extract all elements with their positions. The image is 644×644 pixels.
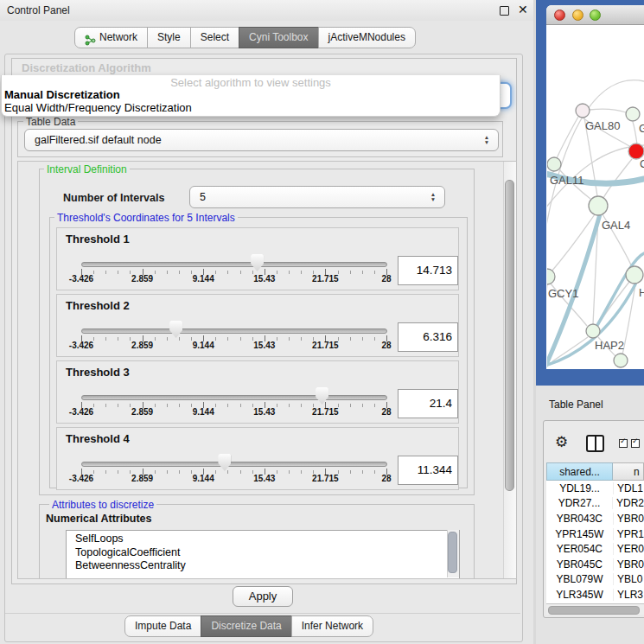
network-node[interactable] [576,104,590,118]
close-traffic-light-icon[interactable] [554,10,565,21]
tab-cyni-toolbox[interactable]: Cyni Toolbox [239,27,318,48]
number-of-intervals-combo[interactable]: 5 ▲▼ [189,186,445,208]
cell-shared-name: YBL079W [546,573,613,585]
threshold-value-field[interactable]: 11.344 [398,456,458,485]
divider [5,613,520,614]
column-header-name[interactable]: n [613,462,644,481]
network-node[interactable] [626,266,643,284]
cell-shared-name: YPR145W [546,528,613,540]
threshold-label: Threshold 2 [66,299,130,312]
tab-infer-network[interactable]: Infer Network [291,615,373,637]
tab-impute-data[interactable]: Impute Data [124,615,201,637]
threshold-value-field[interactable]: 6.316 [398,322,458,352]
number-of-intervals-label: Number of Intervals [63,192,164,204]
table-row[interactable]: YPR145WYPR1 [546,526,644,542]
threshold-slider-track[interactable] [81,395,387,400]
cell-shared-name: YLR345W [546,589,613,601]
axis-tick-label: -3.426 [69,474,93,483]
threshold-slider-track[interactable] [81,262,387,267]
threshold-list: Threshold 1 -3.4262.8599.14415.4321.7152… [56,227,459,490]
table-horizontal-scrollbar-thumb[interactable] [548,606,640,615]
network-node[interactable] [586,324,600,338]
network-node-label: GAL11 [550,174,584,187]
tab-network[interactable]: Network [74,27,148,48]
cell-shared-name: YDR27... [546,497,612,509]
gear-icon[interactable]: ⚙ [555,433,568,451]
column-header-shared-name[interactable]: shared... [546,462,613,481]
attributes-scrollbar[interactable] [447,530,459,577]
threshold-slider-track[interactable] [81,328,387,334]
float-window-icon[interactable] [500,6,509,16]
network-node-label: HAP2 [595,339,624,352]
settings-vertical-scrollbar-thumb[interactable] [505,180,514,491]
node-table: shared... n YDL19...YDL1YDR27...YDR2YBR0… [546,462,644,615]
network-edge [590,109,626,112]
network-node[interactable] [547,269,555,284]
algorithm-popup: Select algorithm to view settings Manual… [1,75,501,117]
table-data-group-label: Table Data [23,116,78,128]
table-row[interactable]: YDL19...YDL1 [546,481,644,496]
network-node[interactable] [626,107,640,121]
table-row[interactable]: YBR045CYBR0 [546,557,644,572]
attribute-item[interactable]: BetweennessCentrality [67,559,459,573]
table-panel-title: Table Panel [549,399,603,411]
axis-tick-label: 15.43 [253,407,275,417]
axis-tick-label: 21.715 [312,274,339,284]
tab-style[interactable]: Style [147,27,191,48]
axis-tick-label: 9.144 [193,474,214,483]
attributes-scrollbar-thumb[interactable] [448,532,457,573]
network-canvas[interactable]: GAL80GACGAL11GAL4GCY1HHAP2 [547,24,644,368]
attributes-group-label: Attributes to discretize [49,499,156,511]
apply-button[interactable]: Apply [233,586,293,607]
network-node[interactable] [589,196,608,215]
table-data-combo[interactable]: galFiltered.sif default node ▲▼ [24,129,499,151]
popup-item-equal-width-frequency[interactable]: Equal Width/Frequency Discretization [4,101,192,114]
cell-name: YER0 [613,543,644,555]
network-node[interactable] [614,354,628,367]
network-node[interactable] [547,157,561,171]
threshold-panel: Threshold 2 -3.4262.8599.14415.4321.7152… [56,294,459,357]
axis-tick-label: 21.715 [312,407,339,417]
tab-network-label: Network [99,27,137,48]
popup-item-manual-discretization[interactable]: Manual Discretization [4,88,120,101]
table-row[interactable]: YER054CYER0 [546,541,644,557]
minimize-traffic-light-icon[interactable] [572,10,583,21]
axis-tick-label: 28 [381,274,391,284]
close-icon[interactable]: ✕ [518,3,528,16]
axis-tick-label: 2.859 [131,274,153,284]
table-row[interactable]: YDR27...YDR2 [546,496,644,512]
tab-discretize-data[interactable]: Discretize Data [201,615,291,637]
table-row[interactable]: YBL079WYBL0 [546,572,644,588]
checkbox-icon[interactable]: ✓ [619,439,628,448]
network-window-titlebar[interactable] [546,5,644,25]
cell-name: YBR0 [613,558,644,571]
threshold-slider-track[interactable] [81,462,387,467]
combo-stepper-icon: ▲▼ [481,131,492,149]
threshold-panel: Threshold 1 -3.4262.8599.14415.4321.7152… [56,227,459,290]
axis-tick-label: 15.43 [253,274,275,284]
tab-jactivemnodules[interactable]: jActiveMNodules [318,27,416,48]
table-row[interactable]: YBR043CYBR0 [546,511,644,526]
network-edge [557,117,578,158]
settings-vertical-scrollbar[interactable] [503,162,516,578]
zoom-traffic-light-icon[interactable] [590,10,601,21]
table-horizontal-scrollbar[interactable] [546,603,644,615]
tab-select[interactable]: Select [190,27,239,48]
network-node-label: C [640,157,644,170]
algorithm-combo-hint: Select algorithm to view settings [2,76,500,89]
attribute-item[interactable]: TopologicalCoefficient [67,546,459,560]
axis-tick-label: 21.715 [312,474,339,483]
attribute-item[interactable]: SelfLoops [67,532,459,546]
axis-tick-label: 15.43 [253,474,275,483]
control-panel-tabbar: Network Style Select Cyni Toolbox jActiv… [74,27,416,48]
checkbox-icon[interactable]: ✓ [631,439,640,448]
axis-tick-label: 28 [381,341,391,350]
threshold-value-field[interactable]: 21.4 [398,389,458,418]
table-row[interactable]: YLR345WYLR3 [546,587,644,603]
network-node-label: GCY1 [548,287,578,300]
network-window: GAL80GACGAL11GAL4GCY1HHAP2 [546,5,644,369]
axis-tick-label: 2.859 [131,474,153,483]
threshold-label: Threshold 4 [66,432,130,445]
threshold-value-field[interactable]: 14.713 [398,256,458,285]
split-table-icon[interactable] [586,435,604,452]
